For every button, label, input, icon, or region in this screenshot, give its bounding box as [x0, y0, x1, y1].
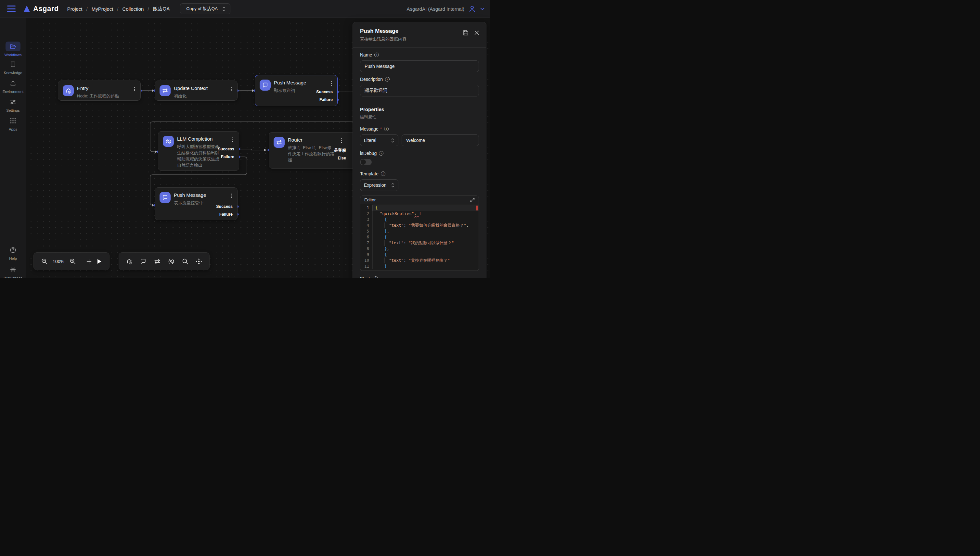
- breadcrumb-project[interactable]: Project: [67, 6, 83, 12]
- node-entry[interactable]: Entry Node: 工作流程的起點: [58, 81, 141, 101]
- port-success[interactable]: Success: [216, 204, 233, 209]
- info-icon[interactable]: i: [384, 127, 389, 131]
- required-asterisk: *: [380, 126, 382, 131]
- code-line: 10"text": "兌換券在哪裡兌換？": [360, 257, 479, 263]
- node-menu-icon[interactable]: [229, 193, 233, 199]
- template-label: Templatei: [360, 171, 479, 176]
- name-field[interactable]: Push Message: [360, 60, 479, 72]
- grid-icon: [5, 116, 21, 126]
- node-palette-toolbar: [118, 252, 210, 270]
- node-menu-icon[interactable]: [329, 81, 334, 86]
- sidebar-item-apps[interactable]: Apps: [0, 116, 26, 131]
- app-window: Asgard Project / MyProject / Collection …: [0, 0, 490, 278]
- top-header: Asgard Project / MyProject / Collection …: [0, 0, 490, 18]
- info-icon[interactable]: i: [379, 151, 384, 155]
- sort-chevrons-icon: [222, 6, 225, 11]
- name-label: Namei: [360, 52, 479, 58]
- left-sidebar: Workflows Knowledge Environment Settings…: [0, 18, 26, 278]
- breadcrumb-collection[interactable]: Collection: [123, 6, 144, 12]
- zoom-out-icon[interactable]: [41, 258, 47, 264]
- message-type-select[interactable]: Literal: [360, 134, 398, 146]
- swap-arrows-icon: [160, 85, 170, 96]
- description-field[interactable]: 顯示歡迎詞: [360, 85, 479, 97]
- edge-llm-success-to-router: [239, 149, 266, 150]
- swap-arrows-node-icon[interactable]: [154, 258, 161, 265]
- code-line: 8},: [360, 246, 479, 252]
- node-router[interactable]: Router 依據If、Else If、Else條 件決定工作流程執行的路 徑 …: [269, 132, 361, 168]
- node-menu-icon[interactable]: [339, 138, 343, 144]
- sidebar-item-knowledge[interactable]: Knowledge: [0, 60, 26, 75]
- port-failure[interactable]: Failure: [219, 212, 233, 217]
- error-marker: [476, 205, 478, 210]
- save-icon[interactable]: [463, 30, 468, 36]
- run-icon[interactable]: [97, 259, 102, 264]
- menu-icon[interactable]: [7, 5, 16, 12]
- sidebar-item-help[interactable]: Help: [0, 245, 26, 260]
- node-llm-completion[interactable]: LLM Completion 呼叫大型語言模型並產 生結構化的資料輸出以 輔助流…: [158, 131, 239, 171]
- sidebar-item-workflows[interactable]: Workflows: [0, 42, 26, 57]
- node-menu-icon[interactable]: [229, 86, 233, 92]
- zoom-in-icon[interactable]: [70, 258, 76, 264]
- code-line: 6{: [360, 234, 479, 240]
- code-line: 4"text": "我要如何升級我的會員資格？",: [360, 223, 479, 228]
- llm-node-icon[interactable]: [168, 258, 175, 265]
- port-success[interactable]: Success: [316, 90, 333, 94]
- port-success[interactable]: Success: [218, 147, 234, 151]
- panel-subtitle: 直接輸出訊息的回應內容: [360, 36, 407, 42]
- port-failure[interactable]: Failure: [319, 97, 333, 102]
- search-icon[interactable]: [182, 258, 188, 265]
- code-line: 5},: [360, 228, 479, 234]
- node-subtitle: 呼叫大型語言模型並產 生結構化的資料輸出以 輔助流程的決策或生成 自然語言輸出: [177, 144, 219, 168]
- chat-bubble-icon: [260, 79, 271, 91]
- port-failure[interactable]: Failure: [221, 155, 234, 159]
- info-icon[interactable]: i: [373, 276, 378, 278]
- account-label: AsgardAI (Asgard Internal): [407, 6, 464, 12]
- isdebug-toggle[interactable]: [360, 159, 372, 165]
- node-update-context[interactable]: Update Context 初始化: [155, 81, 238, 101]
- message-value-field[interactable]: Welcome: [402, 134, 479, 146]
- chat-bubble-icon: [160, 192, 170, 203]
- book-icon: [5, 60, 21, 69]
- brand-name: Asgard: [33, 5, 59, 13]
- info-icon[interactable]: i: [385, 77, 390, 81]
- sort-chevrons-icon: [391, 138, 394, 143]
- node-menu-icon[interactable]: [132, 86, 136, 92]
- entry-node-icon[interactable]: [126, 258, 133, 265]
- close-icon[interactable]: [475, 31, 479, 35]
- info-icon[interactable]: i: [381, 171, 386, 176]
- code-editor: Editor 1{ 2"quickReplies": [ 3{ 4"text":…: [360, 196, 479, 271]
- push-message-node-icon[interactable]: [140, 258, 147, 265]
- node-menu-icon[interactable]: [230, 137, 235, 142]
- sliders-icon: [5, 97, 21, 107]
- code-line: 11}: [360, 263, 479, 269]
- user-icon[interactable]: [468, 5, 476, 13]
- sidebar-item-settings[interactable]: Settings: [0, 97, 26, 112]
- move-tool-icon[interactable]: [195, 258, 202, 265]
- entry-icon: [63, 85, 74, 96]
- breadcrumb-current[interactable]: 飯店QA: [153, 6, 170, 12]
- sidebar-item-environment[interactable]: Environment: [0, 78, 26, 94]
- code-area[interactable]: 1{ 2"quickReplies": [ 3{ 4"text": "我要如何升…: [360, 204, 479, 270]
- sidebar-item-workspace[interactable]: Workspace: [0, 265, 26, 278]
- add-icon[interactable]: [86, 259, 92, 264]
- sort-chevrons-icon: [391, 183, 394, 188]
- folder-icon: [5, 42, 21, 51]
- port-else[interactable]: Else: [338, 156, 346, 160]
- info-icon[interactable]: i: [374, 53, 379, 57]
- port-is-customer-service[interactable]: 是客服: [334, 148, 347, 153]
- panel-title: Push Message: [360, 28, 407, 34]
- chevron-down-icon[interactable]: [480, 7, 485, 10]
- node-push-message-1[interactable]: Push Message 顯示歡迎詞 Success Failure: [255, 75, 338, 106]
- expand-icon[interactable]: [470, 198, 475, 202]
- node-inspector-panel: Push Message 直接輸出訊息的回應內容 Namei Push Mess…: [353, 22, 486, 278]
- node-push-message-2[interactable]: Push Message 表示流量控管中 Success Failure: [155, 187, 238, 220]
- breadcrumb-myproject[interactable]: MyProject: [92, 6, 113, 12]
- code-line: 7"text": "我的點數可以做什麼？": [360, 240, 479, 246]
- flush-label: Flushi: [360, 276, 479, 278]
- properties-subtitle: 編輯屬性: [360, 114, 479, 120]
- workflow-selector[interactable]: Copy of 飯店QA: [180, 3, 230, 14]
- template-type-select[interactable]: Expression: [360, 179, 398, 191]
- upload-icon: [5, 78, 21, 88]
- zoom-toolbar: 100%: [34, 252, 110, 270]
- asgard-logo-icon: [23, 5, 30, 12]
